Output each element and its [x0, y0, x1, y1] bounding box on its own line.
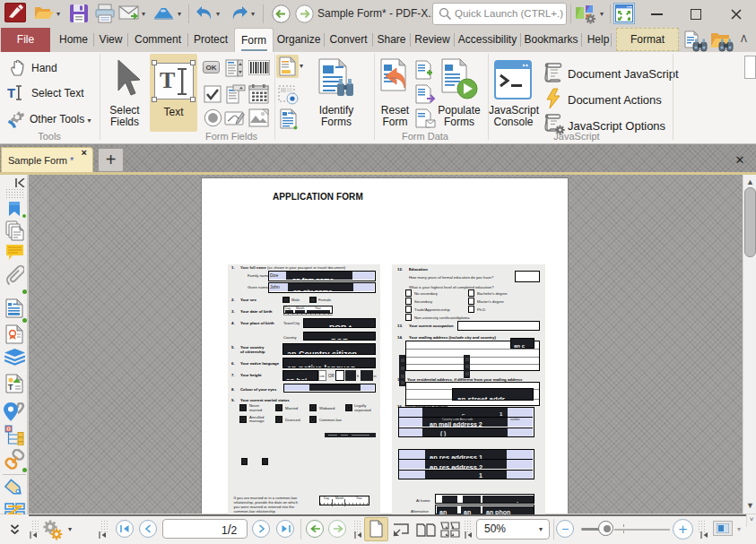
svg-text:T: T [7, 85, 15, 100]
svg-text:T: T [8, 383, 13, 392]
